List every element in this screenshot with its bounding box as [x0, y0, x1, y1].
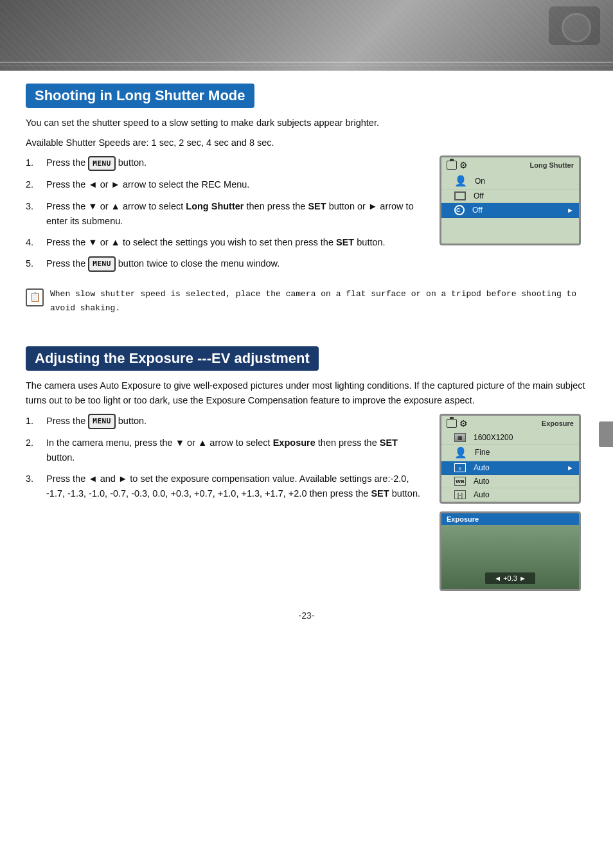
- section1-intro1: You can set the shutter speed to a slow …: [26, 116, 587, 130]
- step3: 3. Press the ▼ or ▲ arrow to select Long…: [26, 199, 427, 229]
- exp-step1-num: 1.: [26, 414, 40, 429]
- camera-icon: [447, 161, 457, 170]
- step3-num: 3.: [26, 199, 40, 229]
- screen1-row2: Off: [441, 190, 579, 203]
- exp-row5-val: Auto: [474, 490, 574, 499]
- screen1-header-label: Long Shutter: [530, 161, 574, 169]
- step5: 5. Press the MENU button twice to close …: [26, 256, 427, 272]
- exp-row3: ± Auto ►: [441, 461, 579, 475]
- section2-title: Adjusting the Exposure ---EV adjustment: [26, 346, 319, 371]
- exp-step2-num: 2.: [26, 436, 40, 465]
- step2-num: 2.: [26, 177, 40, 192]
- row1-icon: 👤: [454, 175, 467, 187]
- top-banner: [0, 0, 613, 71]
- exp-row5-icon: [-]: [454, 490, 466, 499]
- section1-title: Shooting in Long Shutter Mode: [26, 84, 254, 108]
- step4: 4. Press the ▼ or ▲ to select the settin…: [26, 235, 427, 250]
- step3-content: Press the ▼ or ▲ arrow to select Long Sh…: [46, 199, 427, 229]
- step1: 1. Press the MENU button.: [26, 155, 427, 171]
- section2-intro: The camera uses Auto Exposure to give we…: [26, 378, 587, 408]
- right-tab: [599, 421, 613, 447]
- step4-content: Press the ▼ or ▲ to select the settings …: [46, 235, 427, 250]
- exp-menu-header: ⚙ Exposure: [441, 416, 579, 431]
- banner-line2: [0, 65, 613, 66]
- step2-content: Press the ◄ or ► arrow to select the REC…: [46, 177, 427, 192]
- section-long-shutter: Shooting in Long Shutter Mode You can se…: [26, 84, 587, 315]
- row3-val: Off: [472, 206, 562, 215]
- row2-val: Off: [474, 191, 574, 200]
- page-number: -23-: [26, 610, 587, 621]
- exp-step1: 1. Press the MENU button.: [26, 414, 427, 429]
- exp-step3-num: 3.: [26, 472, 40, 501]
- exp-row5: [-] Auto: [441, 488, 579, 502]
- note-text: When slow shutter speed is selected, pla…: [50, 287, 587, 315]
- step5-content: Press the MENU button twice to close the…: [46, 256, 427, 272]
- step1-content: Press the MENU button.: [46, 155, 427, 171]
- exposure-adjust-screen: Exposure ◄ +0.3 ►: [440, 511, 581, 591]
- exp-row3-icon: ±: [454, 463, 466, 472]
- step4-num: 4.: [26, 235, 40, 250]
- exp-row2: 👤 Fine: [441, 445, 579, 461]
- exp-row1-icon: ▦: [454, 433, 466, 442]
- menu-badge-s1-5: MENU: [88, 256, 116, 272]
- main-content: Shooting in Long Shutter Mode You can se…: [0, 71, 613, 640]
- section1-camera-image: ⚙ Long Shutter 👤 On Off: [440, 155, 587, 245]
- section1-intro2: Available Shutter Speeds are: 1 sec, 2 s…: [26, 136, 587, 150]
- section1-note: 📋 When slow shutter speed is selected, p…: [26, 287, 587, 315]
- screen1-spacer1: [441, 218, 579, 231]
- menu-badge-exp1: MENU: [88, 414, 116, 429]
- section2-steps-layout: 1. Press the MENU button. 2. In the came…: [26, 414, 587, 591]
- exp-row4-icon: WB: [454, 477, 466, 486]
- camera-header-1: ⚙ Long Shutter: [441, 157, 579, 173]
- exp-row1-val: 1600X1200: [474, 433, 574, 442]
- camera-screen-1: ⚙ Long Shutter 👤 On Off: [440, 155, 581, 245]
- row1-val: On: [475, 177, 574, 186]
- section-divider: [26, 324, 587, 340]
- exp-row2-val: Fine: [475, 448, 574, 457]
- step2: 2. Press the ◄ or ► arrow to select the …: [26, 177, 427, 192]
- row2-icon: [454, 191, 466, 200]
- step5-num: 5.: [26, 256, 40, 272]
- exp-menu-icons: ⚙: [447, 418, 468, 429]
- exp-step3: 3. Press the ◄ and ► to set the exposure…: [26, 472, 427, 501]
- section2-steps: 1. Press the MENU button. 2. In the came…: [26, 414, 427, 508]
- exp-row3-val: Auto: [474, 463, 562, 472]
- exp-menu-header-label: Exposure: [542, 420, 574, 427]
- exp-row3-arrow: ►: [567, 464, 574, 472]
- exposure-inner: ◄ +0.3 ►: [441, 525, 579, 589]
- exp-row2-icon: 👤: [454, 447, 467, 459]
- exp-cam-icon: [447, 419, 457, 428]
- banner-line1: [0, 62, 613, 63]
- exp-person-icon: ⚙: [459, 418, 468, 429]
- screens-container: ⚙ Exposure ▦ 1600X1200 👤 Fine: [440, 414, 587, 591]
- exp-row1: ▦ 1600X1200: [441, 431, 579, 445]
- exposure-menu-screen: ⚙ Exposure ▦ 1600X1200 👤 Fine: [440, 414, 581, 504]
- screen1-row3: C Off ►: [441, 203, 579, 218]
- screen1-spacer2: [441, 231, 579, 244]
- step1-num: 1.: [26, 155, 40, 171]
- row3-arrow: ►: [567, 206, 574, 214]
- note-icon: 📋: [26, 288, 44, 306]
- section2-screens: ⚙ Exposure ▦ 1600X1200 👤 Fine: [440, 414, 587, 591]
- section1-steps: 1. Press the MENU button. 2. Press the ◄…: [26, 155, 427, 278]
- section1-steps-layout: 1. Press the MENU button. 2. Press the ◄…: [26, 155, 587, 278]
- camera-header-icons: ⚙: [447, 160, 468, 170]
- section-exposure: Adjusting the Exposure ---EV adjustment …: [26, 346, 587, 590]
- exp-step2: 2. In the camera menu, press the ▼ or ▲ …: [26, 436, 427, 465]
- banner-camera-shape: [549, 6, 600, 45]
- person-icon-small: ⚙: [459, 160, 468, 170]
- screen1-row1: 👤 On: [441, 173, 579, 190]
- row3-icon: C: [454, 205, 465, 215]
- exp-row4-val: Auto: [474, 477, 574, 486]
- menu-badge-s1: MENU: [88, 156, 116, 172]
- exp-step1-content: Press the MENU button.: [46, 414, 427, 429]
- exp-step2-content: In the camera menu, press the ▼ or ▲ arr…: [46, 436, 427, 465]
- exp-step3-content: Press the ◄ and ► to set the exposure co…: [46, 472, 427, 501]
- exp-row4: WB Auto: [441, 475, 579, 488]
- exposure-nav-label: ◄ +0.3 ►: [485, 572, 535, 584]
- exposure-screen-title: Exposure: [441, 513, 579, 525]
